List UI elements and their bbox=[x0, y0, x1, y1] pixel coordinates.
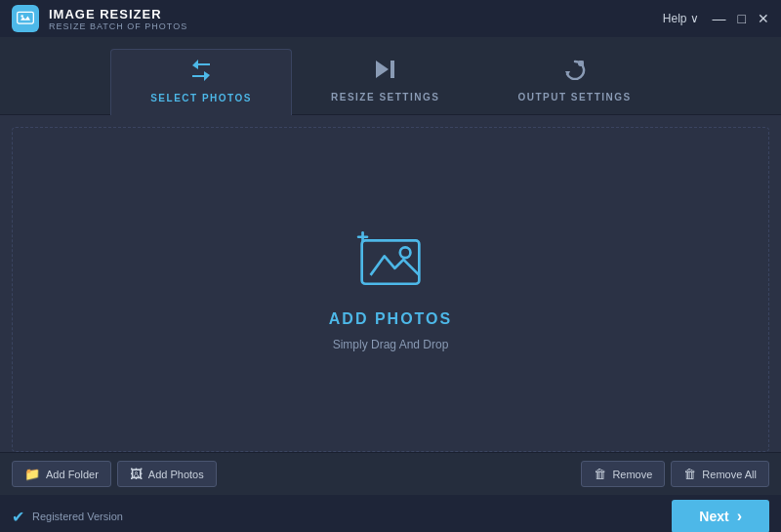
app-name: IMAGE RESIZER bbox=[49, 7, 187, 21]
add-photos-button[interactable]: 🖼 Add Photos bbox=[117, 461, 217, 487]
bottom-toolbar: 📁 Add Folder 🖼 Add Photos 🗑 Remove 🗑 Rem… bbox=[0, 452, 781, 495]
drag-drop-label: Simply Drag And Drop bbox=[333, 338, 449, 351]
trash-all-icon: 🗑 bbox=[683, 467, 696, 481]
maximize-button[interactable]: □ bbox=[738, 12, 746, 25]
close-button[interactable]: ✕ bbox=[758, 12, 769, 25]
minimize-button[interactable]: — bbox=[713, 12, 726, 25]
add-folder-label: Add Folder bbox=[46, 469, 99, 480]
tab-select-photos[interactable]: SELECT PHOTOS bbox=[110, 49, 292, 115]
svg-rect-3 bbox=[390, 61, 394, 78]
trash-icon: 🗑 bbox=[594, 467, 606, 481]
next-label: Next bbox=[699, 509, 728, 524]
registered-label: Registered Version bbox=[32, 511, 123, 522]
app-icon bbox=[12, 5, 39, 32]
title-bar-right: Help ∨ — □ ✕ bbox=[663, 12, 769, 25]
photo-icon: 🖼 bbox=[130, 467, 143, 481]
title-bar: IMAGE RESIZER RESIZE BATCH OF PHOTOS Hel… bbox=[0, 0, 781, 37]
tab-resize-settings-label: RESIZE SETTINGS bbox=[331, 92, 439, 102]
window-controls: — □ ✕ bbox=[713, 12, 769, 25]
title-bar-left: IMAGE RESIZER RESIZE BATCH OF PHOTOS bbox=[12, 5, 187, 32]
title-text: IMAGE RESIZER RESIZE BATCH OF PHOTOS bbox=[49, 7, 187, 31]
remove-all-button[interactable]: 🗑 Remove All bbox=[671, 461, 769, 487]
status-bar: ✔ Registered Version Next › bbox=[0, 495, 781, 532]
tab-output-settings-label: OUTPUT SETTINGS bbox=[517, 92, 631, 102]
tab-output-settings[interactable]: OUTPUT SETTINGS bbox=[478, 49, 670, 114]
svg-marker-2 bbox=[376, 61, 389, 78]
tab-resize-settings[interactable]: RESIZE SETTINGS bbox=[292, 49, 478, 114]
skip-icon bbox=[373, 59, 398, 86]
remove-all-label: Remove All bbox=[702, 469, 757, 480]
svg-point-1 bbox=[21, 15, 23, 18]
left-buttons: 📁 Add Folder 🖼 Add Photos bbox=[12, 461, 217, 487]
registered-check-icon: ✔ bbox=[12, 508, 24, 526]
add-folder-button[interactable]: 📁 Add Folder bbox=[12, 461, 111, 487]
tab-bar: SELECT PHOTOS RESIZE SETTINGS OUTPUT SET… bbox=[0, 37, 781, 115]
right-buttons: 🗑 Remove 🗑 Remove All bbox=[581, 461, 769, 487]
svg-point-7 bbox=[400, 247, 411, 258]
remove-label: Remove bbox=[612, 469, 652, 480]
refresh-icon bbox=[562, 59, 588, 86]
next-arrow-icon: › bbox=[737, 508, 742, 525]
remove-button[interactable]: 🗑 Remove bbox=[581, 461, 665, 487]
drop-zone-content: ADD PHOTOS Simply Drag And Drop bbox=[329, 228, 452, 351]
add-photos-button-label: Add Photos bbox=[148, 469, 204, 480]
help-button[interactable]: Help ∨ bbox=[663, 12, 699, 25]
next-button[interactable]: Next › bbox=[672, 500, 769, 532]
svg-rect-0 bbox=[18, 12, 34, 23]
arrows-icon bbox=[188, 60, 214, 87]
add-photos-icon bbox=[351, 228, 430, 301]
add-photos-label: ADD PHOTOS bbox=[329, 310, 452, 328]
drop-zone[interactable]: ADD PHOTOS Simply Drag And Drop bbox=[12, 127, 769, 452]
app-subtitle: RESIZE BATCH OF PHOTOS bbox=[49, 21, 187, 31]
status-left: ✔ Registered Version bbox=[12, 508, 123, 526]
tab-select-photos-label: SELECT PHOTOS bbox=[150, 93, 252, 103]
folder-icon: 📁 bbox=[24, 467, 40, 481]
